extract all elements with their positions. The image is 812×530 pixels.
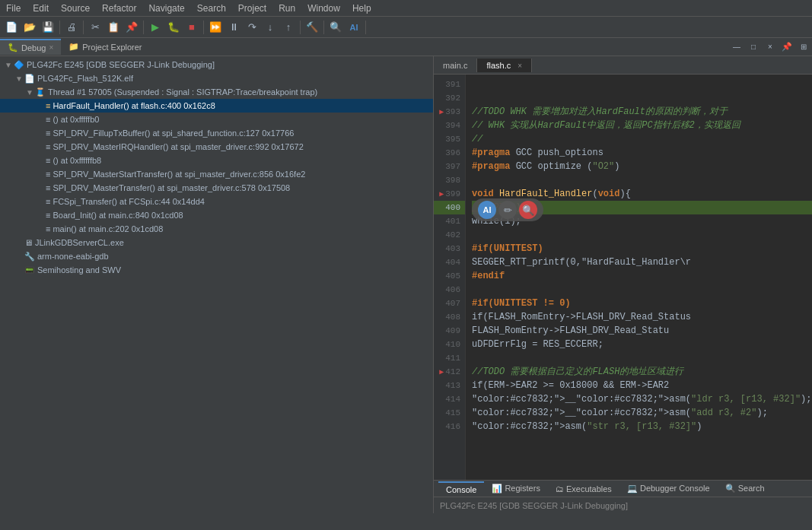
code-line-397: #pragma GCC optimize ("O2") xyxy=(472,160,812,173)
line-num-411: 411 xyxy=(434,351,465,365)
menu-run[interactable]: Run xyxy=(272,2,301,15)
editor-tab-main[interactable]: main.c xyxy=(434,59,477,72)
code-line-409: FLASH_RomEntry->FLASH_DRV_Read_Statu xyxy=(472,324,812,338)
code-line-414: "color:#cc7832;">__"color:#cc7832;">asm(… xyxy=(472,392,812,406)
suspend-btn[interactable]: ⏸ xyxy=(225,19,242,36)
code-line-394: // WHK 实现从HardFault中返回，返回PC指针后移2，实现返回 xyxy=(472,119,812,132)
bottom-tab-registers[interactable]: 📊 Registers xyxy=(484,481,548,496)
code-line-408: if(FLASH_RomEntry->FLASH_DRV_Read_Status xyxy=(472,310,812,324)
tree-item-0[interactable]: ▼🔷PLG42Fc E245 [GDB SEGGER J-Link Debugg… xyxy=(0,58,433,71)
code-line-404: SEGGER_RTT_printf(0,"HardFault_Handler\r xyxy=(472,255,812,269)
menu-file[interactable]: File xyxy=(0,2,27,15)
new-file-btn[interactable]: 📄 xyxy=(3,19,20,36)
close-view-btn[interactable]: × xyxy=(762,39,779,56)
ai-btn[interactable]: AI xyxy=(345,19,362,36)
menu-search[interactable]: Search xyxy=(191,2,232,15)
tree-item-4[interactable]: ≡() at 0xfffffb0 xyxy=(0,113,433,126)
paste-btn[interactable]: 📌 xyxy=(123,19,140,36)
editor-tab-flash[interactable]: flash.c × xyxy=(477,59,532,72)
sep2 xyxy=(83,21,84,34)
bottom-tab-search[interactable]: 🔍 Search xyxy=(718,481,772,496)
open-btn[interactable]: 📂 xyxy=(21,19,38,36)
step-return-btn[interactable]: ↑ xyxy=(280,19,297,36)
tree-item-15[interactable]: 📟Semihosting and SWV xyxy=(0,263,433,277)
tree-item-5[interactable]: ≡SPI_DRV_FillupTxBuffer() at spi_shared_… xyxy=(0,126,433,140)
run-btn[interactable]: ▶ xyxy=(147,19,164,36)
tree-item-6[interactable]: ≡SPI_DRV_MasterIRQHandler() at spi_maste… xyxy=(0,140,433,154)
tree-item-14[interactable]: 🔧arm-none-eabi-gdb xyxy=(0,249,433,263)
tree-node-icon: ≡ xyxy=(46,156,50,165)
bottom-tab-executables[interactable]: 🗂 Executables xyxy=(548,482,619,496)
tree-node-icon: 🧵 xyxy=(35,87,46,97)
tab-debug[interactable]: 🐛 Debug × xyxy=(0,39,61,55)
pin-btn[interactable]: 📌 xyxy=(779,39,795,56)
editor-tab-flash-label: flash.c xyxy=(486,61,511,70)
build-btn[interactable]: 🔨 xyxy=(304,19,320,36)
edit-float-btn[interactable]: ✏ xyxy=(498,201,517,219)
tree-item-1[interactable]: ▼📄PLG42Fc_Flash_512K.elf xyxy=(0,71,433,85)
more-btn[interactable]: ⊞ xyxy=(795,39,812,56)
bp-arrow-412: ▶ xyxy=(438,366,444,379)
editor-tab-flash-close[interactable]: × xyxy=(517,62,522,70)
view-tab-bar: 🐛 Debug × 📁 Project Explorer — □ × 📌 ⊞ xyxy=(0,38,812,56)
bp-arrow-393: ▶ xyxy=(438,106,444,119)
line-num-399: ▶399 xyxy=(434,187,465,201)
menu-window[interactable]: Window xyxy=(301,2,346,15)
step-into-btn[interactable]: ↓ xyxy=(262,19,279,36)
step-over-btn[interactable]: ↷ xyxy=(244,19,260,36)
menu-help[interactable]: Help xyxy=(346,2,377,15)
tree-node-label: SPI_DRV_MasterTransfer() at spi_master_d… xyxy=(53,183,290,192)
menu-refactor[interactable]: Refactor xyxy=(96,2,142,15)
tree-expand[interactable]: ▼ xyxy=(3,61,14,69)
print-btn[interactable]: 🖨 xyxy=(63,19,80,36)
maximize-view-btn[interactable]: □ xyxy=(745,39,762,56)
bottom-tab-console[interactable]: Console xyxy=(438,481,484,497)
tree-item-11[interactable]: ≡Board_Init() at main.c:840 0x1cd08 xyxy=(0,208,433,222)
tree-expand[interactable]: ▼ xyxy=(14,75,24,83)
tree-node-icon: 📟 xyxy=(24,265,35,275)
debug-btn[interactable]: 🐛 xyxy=(165,19,182,36)
line-num-408: 408 xyxy=(434,310,465,324)
code-line-402 xyxy=(472,228,812,242)
tree-node-label: FCSpi_Transfer() at FCSpi.c:44 0x14dd4 xyxy=(53,197,205,206)
tree-node-icon: 📄 xyxy=(24,74,35,84)
save-btn[interactable]: 💾 xyxy=(40,19,56,36)
line-num-396: 396 xyxy=(434,146,465,160)
tree-item-10[interactable]: ≡FCSpi_Transfer() at FCSpi.c:44 0x14dd4 xyxy=(0,195,433,208)
resume-btn[interactable]: ⏩ xyxy=(207,19,224,36)
minimize-view-btn[interactable]: — xyxy=(728,39,745,56)
code-line-416: "color:#cc7832;">asm("str r3, [r13, #32]… xyxy=(472,420,812,433)
tree-item-7[interactable]: ≡() at 0xffffffb8 xyxy=(0,154,433,167)
tree-node-label: arm-none-eabi-gdb xyxy=(37,252,109,261)
tree-node-label: main() at main.c:202 0x1cd08 xyxy=(53,224,163,233)
tree-node-icon: ≡ xyxy=(46,183,50,192)
bottom-tab-bar: Console📊 Registers🗂 Executables💻 Debugge… xyxy=(434,480,812,497)
tree-item-12[interactable]: ≡main() at main.c:202 0x1cd08 xyxy=(0,222,433,236)
tree-item-2[interactable]: ▼🧵Thread #1 57005 (Suspended : Signal : … xyxy=(0,85,433,99)
copy-btn[interactable]: 📋 xyxy=(105,19,122,36)
tab-project-explorer[interactable]: 📁 Project Explorer xyxy=(61,40,149,54)
editor-tab-bar: main.c flash.c × xyxy=(434,56,812,75)
tree-item-13[interactable]: 🖥JLinkGDBServerCL.exe xyxy=(0,236,433,249)
tree-expand[interactable]: ▼ xyxy=(24,88,35,97)
menu-navigate[interactable]: Navigate xyxy=(142,2,190,15)
ai-float-btn[interactable]: AI xyxy=(478,201,496,219)
tree-item-9[interactable]: ≡SPI_DRV_MasterTransfer() at spi_master_… xyxy=(0,181,433,195)
line-num-405: 405 xyxy=(434,269,465,283)
search-float-btn[interactable]: 🔍 xyxy=(519,201,537,219)
tree-node-label: () at 0xfffffb0 xyxy=(53,115,99,124)
stop-btn[interactable]: ■ xyxy=(183,19,200,36)
menu-project[interactable]: Project xyxy=(232,2,272,15)
line-num-416: 416 xyxy=(434,420,465,433)
status-bar: PLG42Fc E245 [GDB SEGGER J-Link Debuggin… xyxy=(434,497,812,513)
code-line-395: // xyxy=(472,132,812,146)
tree-item-3[interactable]: ≡HardFault_Handler() at flash.c:400 0x16… xyxy=(0,99,433,113)
menu-source[interactable]: Source xyxy=(55,2,96,15)
tree-item-8[interactable]: ≡SPI_DRV_MasterStartTransfer() at spi_ma… xyxy=(0,167,433,181)
search-tb-btn[interactable]: 🔍 xyxy=(327,19,344,36)
cut-btn[interactable]: ✂ xyxy=(87,19,103,36)
sep3 xyxy=(143,21,144,34)
tab-debug-close[interactable]: × xyxy=(49,43,53,52)
bottom-tab-debugger-console[interactable]: 💻 Debugger Console xyxy=(619,481,718,496)
menu-edit[interactable]: Edit xyxy=(27,2,55,15)
